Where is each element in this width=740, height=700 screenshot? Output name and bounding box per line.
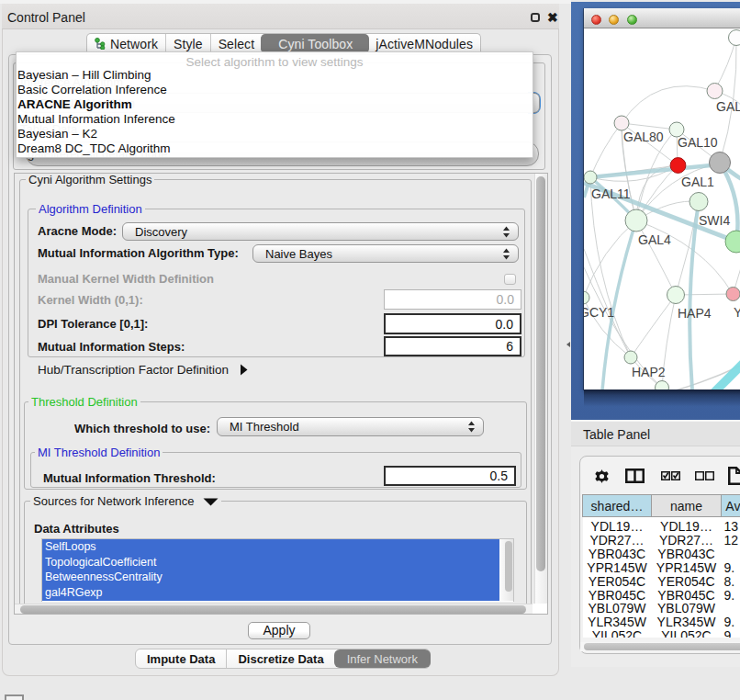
network-graph[interactable]: GALGAL80GAL10GAL1GAL11SWI4GAL4GCY1HAP4YH… [584, 28, 740, 390]
attribute-item[interactable]: TopologicalCoefficient [42, 555, 499, 570]
zoom-traffic-light-icon[interactable] [627, 15, 637, 25]
aracne-mode-combobox[interactable]: Discovery [122, 222, 519, 241]
table-row[interactable]: YBL079WYBL079W [583, 602, 740, 615]
dropdown-item[interactable]: Bayesian – K2 [17, 127, 533, 141]
mi-threshold-definition-title: MI Threshold Definition [35, 446, 163, 459]
table-row[interactable]: YBR043CYBR043C [583, 548, 740, 561]
manual-kernel-width-checkbox[interactable] [504, 274, 516, 285]
table-row[interactable]: YPR145WYPR145W9. [583, 561, 740, 575]
apply-button[interactable]: Apply [248, 622, 310, 639]
hub-definition-toggle[interactable]: Hub/Transcription Factor Definition [38, 363, 248, 377]
network-node-y[interactable] [726, 288, 740, 301]
tab-jactivemnodules[interactable]: jActiveMNodules [368, 34, 480, 53]
network-node-gal[interactable] [707, 84, 723, 99]
network-edge[interactable] [590, 123, 622, 177]
kernel-width-label: Kernel Width (0,1): [38, 293, 143, 307]
bottom-tab-discretize-data[interactable]: Discretize Data [226, 649, 334, 668]
network-edge[interactable] [622, 123, 677, 130]
attribute-item[interactable]: BetweennessCentrality [42, 570, 499, 585]
control-panel-titlebar [2, 4, 559, 29]
bottom-tab-impute-data[interactable]: Impute Data [136, 649, 226, 668]
checked-pair-icon[interactable] [661, 471, 680, 480]
network-edge[interactable] [631, 295, 676, 357]
sources-title: Sources for Network Inference [33, 494, 195, 508]
sources-toggle[interactable]: Sources for Network Inference [30, 494, 221, 508]
dpi-tolerance-field[interactable]: 0.0 [384, 313, 521, 334]
unchecked-pair-icon[interactable] [695, 471, 714, 480]
network-node-swi4[interactable] [690, 193, 708, 211]
mi-algorithm-type-combobox[interactable]: Naive Bayes [252, 244, 519, 263]
mi-threshold-label: Mutual Information Threshold: [43, 471, 216, 485]
network-edge[interactable] [636, 220, 733, 294]
table-cell: 9. [722, 561, 740, 575]
dropdown-item[interactable]: Bayesian – Hill Climbing [17, 68, 533, 83]
close-window-icon[interactable]: ✖ [547, 10, 558, 25]
network-node-hap4[interactable] [667, 287, 685, 304]
toolbar-button-partial[interactable] [5, 694, 24, 700]
tab-network[interactable]: Network [87, 34, 165, 53]
table-horizontal-scrollbar-thumb[interactable] [584, 643, 740, 650]
tab-label: Style [174, 37, 203, 51]
table-row[interactable]: YLR345WYLR345W9. [583, 615, 740, 629]
table-cell: YIL052C [652, 629, 722, 638]
table-row[interactable]: YBR045CYBR045C9. [583, 589, 740, 603]
dropdown-item[interactable]: Dream8 DC_TDC Algorithm [17, 141, 533, 156]
attribute-item[interactable]: gal4RGexp [42, 585, 499, 601]
header-row: shared…nameAvera… [583, 495, 740, 517]
mi-threshold-field[interactable]: 0.5 [384, 466, 516, 486]
network-node-gal80[interactable] [614, 116, 629, 130]
network-canvas[interactable]: GALGAL80GAL10GAL1GAL11SWI4GAL4GCY1HAP4YH… [584, 28, 740, 390]
kernel-width-field[interactable]: 0.0 [384, 289, 521, 310]
column-header[interactable]: name [652, 495, 722, 517]
table-cell: YER054C [652, 575, 722, 589]
network-node[interactable] [729, 30, 740, 46]
table-cell: YBR043C [652, 548, 722, 561]
float-window-icon[interactable] [531, 13, 540, 22]
settings-vertical-scrollbar-thumb[interactable] [536, 176, 545, 571]
gear-icon[interactable] [594, 469, 610, 484]
network-node[interactable] [725, 231, 740, 253]
dropdown-item[interactable]: Basic Correlation Inference [17, 83, 533, 97]
node-table: shared…nameAvera… YDL19…YDL19…13YDR27…YD… [582, 494, 740, 638]
tab-select[interactable]: Select [210, 34, 263, 53]
data-attributes-list[interactable]: SelfLoopsTopologicalCoefficientBetweenne… [41, 538, 514, 602]
network-edge[interactable] [584, 220, 636, 298]
close-traffic-light-icon[interactable] [591, 15, 601, 25]
column-header[interactable]: Avera… [722, 495, 740, 517]
network-node-label: GCY1 [584, 305, 614, 320]
network-node-label: GAL1 [681, 175, 714, 189]
mi-algorithm-type-label: Mutual Information Algorithm Type: [38, 246, 239, 260]
network-edge-thick[interactable] [690, 202, 699, 390]
tab-style[interactable]: Style [165, 34, 210, 53]
dropdown-item[interactable]: Mutual Information Inference [17, 112, 533, 127]
table-row[interactable]: YDL19…YDL19…13 [583, 517, 740, 534]
network-edge[interactable] [622, 86, 715, 123]
network-node-gal4[interactable] [625, 209, 647, 231]
split-columns-icon[interactable] [625, 469, 645, 483]
column-header[interactable]: shared… [583, 495, 652, 517]
network-node-gal1[interactable] [670, 158, 686, 174]
dropdown-item[interactable]: ARACNE Algorithm [17, 97, 533, 112]
network-node[interactable] [710, 152, 731, 174]
network-node-gal11[interactable] [584, 171, 597, 184]
bottom-tab-infer-network[interactable]: Infer Network [334, 649, 431, 668]
attributes-list-scrollbar[interactable] [505, 541, 512, 592]
new-table-icon[interactable] [728, 467, 740, 485]
network-node-hap2[interactable] [624, 351, 637, 364]
table-row[interactable]: YIL052CYIL052C9. [583, 629, 740, 638]
minimize-traffic-light-icon[interactable] [609, 15, 619, 25]
network-node-gcy1[interactable] [584, 291, 589, 304]
attribute-item[interactable]: SelfLoops [42, 539, 499, 555]
which-threshold-combobox[interactable]: MI Threshold [217, 417, 484, 436]
network-edge[interactable] [714, 38, 736, 91]
table-cell: 12 [722, 534, 740, 548]
network-node[interactable] [656, 381, 669, 390]
table-row[interactable]: YDR27…YDR27…12 [583, 534, 740, 548]
table-row[interactable]: YER054CYER054C8. [583, 575, 740, 589]
collapsed-arrow-icon [240, 364, 248, 376]
tab-cyni-toolbox[interactable]: Cyni Toolbox [261, 34, 369, 53]
split-pane-collapse-icon[interactable] [566, 342, 570, 347]
network-node-label: GAL10 [678, 135, 718, 150]
mi-steps-field[interactable]: 6 [384, 336, 521, 356]
settings-horizontal-scrollbar-thumb[interactable] [20, 605, 526, 614]
